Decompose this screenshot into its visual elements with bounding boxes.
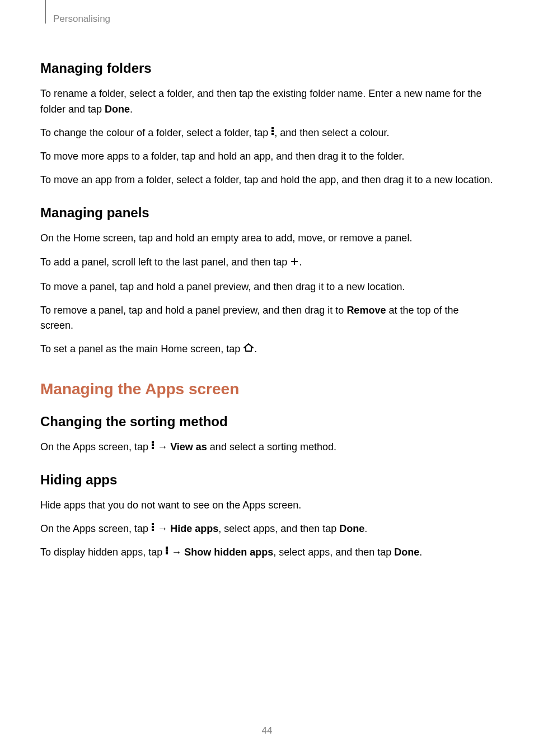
bold-done: Done	[339, 523, 364, 534]
para-sorting-method: On the Apps screen, tap → View as and se…	[40, 440, 494, 455]
bold-view-as: View as	[170, 441, 207, 452]
plus-icon	[290, 254, 299, 271]
svg-rect-7	[152, 447, 154, 449]
heading-hiding-apps: Hiding apps	[40, 472, 494, 488]
page-number: 44	[0, 725, 534, 736]
svg-rect-2	[271, 133, 274, 135]
heading-managing-folders: Managing folders	[40, 60, 494, 76]
text: .	[419, 547, 422, 558]
para-move-panel: To move a panel, tap and hold a panel pr…	[40, 279, 494, 295]
text: and select a sorting method.	[207, 441, 336, 452]
home-icon	[243, 341, 254, 357]
para-hide-apps-steps: On the Apps screen, tap → Hide apps, sel…	[40, 521, 494, 537]
chapter-title: Personalising	[53, 13, 110, 25]
text: .	[254, 343, 257, 354]
more-options-icon	[151, 439, 154, 455]
text: .	[364, 523, 367, 534]
para-home-screen-panels: On the Home screen, tap and hold an empt…	[40, 231, 494, 246]
page-content: Managing folders To rename a folder, sel…	[40, 60, 494, 577]
arrow-text: →	[154, 523, 170, 534]
para-move-app-from-folder: To move an app from a folder, select a f…	[40, 172, 494, 188]
text: On the Apps screen, tap	[40, 441, 151, 452]
svg-rect-8	[152, 523, 154, 525]
para-rename-folder: To rename a folder, select a folder, and…	[40, 86, 494, 118]
text: To change the colour of a folder, select…	[40, 127, 271, 138]
section-managing-folders: Managing folders To rename a folder, sel…	[40, 60, 494, 188]
svg-rect-11	[166, 547, 168, 549]
text: , select apps, and then tap	[273, 547, 394, 558]
svg-rect-10	[152, 529, 154, 531]
text: To remove a panel, tap and hold a panel …	[40, 305, 346, 316]
bold-remove: Remove	[346, 305, 386, 316]
para-remove-panel: To remove a panel, tap and hold a panel …	[40, 303, 494, 334]
header-divider	[45, 0, 46, 24]
para-move-apps-to-folder: To move more apps to a folder, tap and h…	[40, 149, 494, 165]
svg-rect-12	[166, 549, 168, 552]
arrow-text: →	[168, 547, 184, 558]
more-options-icon	[151, 521, 154, 536]
text: .	[299, 256, 302, 268]
para-show-hidden-apps: To display hidden apps, tap → Show hidde…	[40, 545, 494, 561]
text: .	[130, 104, 133, 115]
heading-changing-sorting: Changing the sorting method	[40, 414, 494, 430]
bold-hide-apps: Hide apps	[170, 523, 218, 534]
heading-managing-apps-screen: Managing the Apps screen	[40, 380, 494, 398]
text: , and then select a colour.	[274, 127, 389, 138]
more-options-icon	[271, 125, 274, 141]
para-hide-apps-intro: Hide apps that you do not want to see on…	[40, 498, 494, 514]
section-managing-panels: Managing panels On the Home screen, tap …	[40, 205, 494, 358]
section-changing-sorting: Changing the sorting method On the Apps …	[40, 414, 494, 455]
svg-rect-5	[152, 441, 154, 444]
text: To add a panel, scroll left to the last …	[40, 256, 290, 268]
heading-managing-panels: Managing panels	[40, 205, 494, 221]
para-add-panel: To add a panel, scroll left to the last …	[40, 254, 494, 272]
arrow-text: →	[154, 441, 170, 452]
text: To set a panel as the main Home screen, …	[40, 343, 243, 354]
bold-done: Done	[394, 547, 419, 558]
svg-rect-0	[271, 127, 274, 129]
bold-done: Done	[105, 104, 130, 115]
section-hiding-apps: Hiding apps Hide apps that you do not wa…	[40, 472, 494, 561]
more-options-icon	[165, 544, 168, 560]
text: On the Apps screen, tap	[40, 523, 151, 534]
para-set-main-home: To set a panel as the main Home screen, …	[40, 342, 494, 357]
svg-rect-13	[166, 552, 168, 554]
text: To display hidden apps, tap	[40, 547, 165, 558]
svg-rect-6	[152, 444, 154, 446]
svg-rect-1	[271, 130, 274, 132]
bold-show-hidden-apps: Show hidden apps	[184, 547, 273, 558]
para-change-colour: To change the colour of a folder, select…	[40, 125, 494, 141]
svg-rect-9	[152, 526, 154, 528]
text: , select apps, and then tap	[218, 523, 339, 534]
